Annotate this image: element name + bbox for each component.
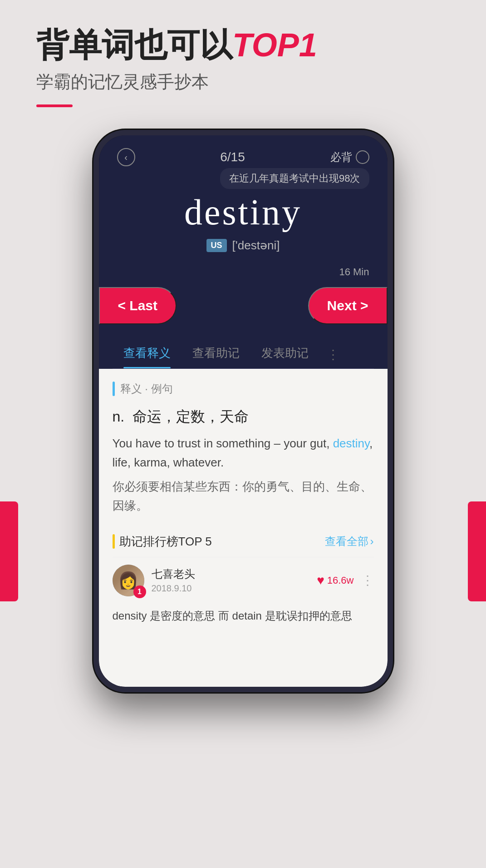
definition-block: n. 命运，定数，天命 You have to trust in somethi…	[99, 403, 388, 524]
yellow-bar	[113, 534, 115, 549]
red-line-decoration	[36, 104, 73, 107]
card-actions: ♥ 16.6w ⋮	[317, 573, 373, 588]
mnemonic-title-row: 助记排行榜TOP 5	[113, 534, 212, 550]
mnemonic-header: 助记排行榜TOP 5 查看全部 ›	[113, 534, 374, 550]
example-chinese: 你必须要相信某些东西：你的勇气、目的、生命、因缘。	[113, 477, 374, 515]
example-before: You have to trust in something – your gu…	[113, 436, 333, 450]
pronunciation-row: US ['destəni]	[108, 238, 378, 253]
must-remember-section: 必背	[330, 150, 369, 164]
rank-badge: 1	[133, 585, 146, 598]
nav-buttons: < Last Next >	[99, 278, 388, 333]
example-english: You have to trust in something – your gu…	[113, 434, 374, 472]
user-name: 七喜老头	[152, 567, 310, 581]
tabs-section: 查看释义 查看助记 发表助记 ⋮	[99, 333, 388, 369]
example-word: destiny	[333, 436, 369, 450]
tooltip-badge: 在近几年真题考试中出现98次	[220, 168, 369, 189]
must-remember-circle[interactable]	[356, 150, 369, 164]
mnemonic-title: 助记排行榜TOP 5	[119, 534, 212, 550]
tab-post-mnemonic[interactable]: 发表助记	[250, 341, 319, 368]
heart-icon: ♥	[317, 573, 324, 588]
main-word: destiny	[108, 192, 378, 233]
chevron-right-icon: ›	[370, 535, 374, 548]
section-indicator	[113, 382, 115, 396]
timer-text: 16 Min	[339, 266, 369, 278]
view-all-button[interactable]: 查看全部 ›	[325, 534, 374, 549]
tab-definition[interactable]: 查看释义	[113, 341, 182, 368]
must-remember-label: 必背	[330, 150, 352, 164]
pink-left-decoration	[0, 501, 18, 601]
phonetic-text: ['destəni]	[232, 238, 280, 253]
section-label: 释义 · 例句	[120, 382, 173, 396]
headline: 背单词也可以TOP1	[36, 27, 450, 63]
view-all-label: 查看全部	[325, 534, 368, 549]
phone-top-bar: ‹ 6/15 必背 在近几年真题考试中出现98次	[99, 135, 388, 174]
us-badge: US	[206, 239, 227, 252]
last-button[interactable]: < Last	[99, 287, 177, 324]
content-area: 释义 · 例句 n. 命运，定数，天命 You have to trust in…	[99, 369, 388, 687]
avatar-wrap: 👩 1	[113, 565, 144, 596]
tabs-row: 查看释义 查看助记 发表助记 ⋮	[113, 333, 374, 369]
heart-count[interactable]: ♥ 16.6w	[317, 573, 353, 588]
top-section: 背单词也可以TOP1 学霸的记忆灵感手抄本	[0, 0, 486, 107]
pos: n.	[113, 408, 125, 425]
mnemonic-text: density 是密度的意思 而 detain 是耽误扣押的意思	[113, 604, 374, 634]
timer-row: 16 Min	[99, 262, 388, 278]
phone-device: ‹ 6/15 必背 在近几年真题考试中出现98次 destiny US ['de…	[93, 130, 393, 692]
like-count: 16.6w	[327, 575, 354, 586]
tab-more-button[interactable]: ⋮	[319, 342, 347, 367]
headline-part2: TOP1	[232, 27, 317, 63]
phone-wrapper: ‹ 6/15 必背 在近几年真题考试中出现98次 destiny US ['de…	[0, 130, 486, 692]
more-options-icon[interactable]: ⋮	[361, 573, 374, 588]
mnemonic-section: 助记排行榜TOP 5 查看全部 › 👩	[99, 525, 388, 634]
definition: 命运，定数，天命	[133, 408, 249, 425]
subtitle: 学霸的记忆灵感手抄本	[36, 70, 450, 94]
user-info: 七喜老头 2018.9.10	[152, 567, 310, 594]
user-card: 👩 1 七喜老头 2018.9.10 ♥ 16.6w	[113, 557, 374, 604]
pos-definition: n. 命运，定数，天命	[113, 407, 374, 427]
phone-screen: ‹ 6/15 必背 在近几年真题考试中出现98次 destiny US ['de…	[99, 135, 388, 687]
pink-right-decoration	[468, 501, 486, 601]
user-date: 2018.9.10	[152, 583, 310, 594]
section-header: 释义 · 例句	[99, 369, 388, 403]
headline-part1: 背单词也可以	[36, 27, 232, 63]
tab-mnemonic[interactable]: 查看助记	[182, 341, 250, 368]
next-button[interactable]: Next >	[308, 287, 388, 324]
back-button[interactable]: ‹	[117, 148, 135, 166]
progress-text: 6/15	[220, 150, 245, 164]
